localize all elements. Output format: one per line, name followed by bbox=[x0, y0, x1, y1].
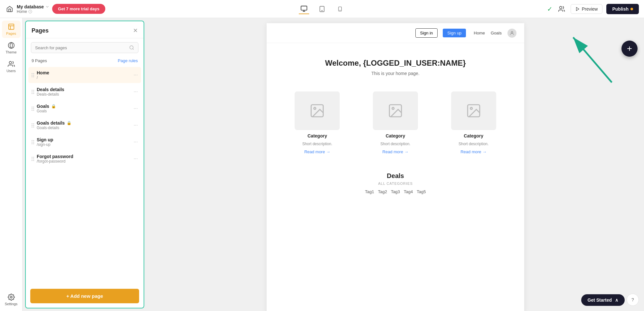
deals-tag-2[interactable]: Tag2 bbox=[378, 189, 387, 194]
svg-point-3 bbox=[322, 10, 322, 11]
page-more-signup[interactable]: ··· bbox=[134, 139, 138, 145]
page-path-deals: Deals-details bbox=[37, 92, 131, 97]
svg-rect-1 bbox=[301, 6, 307, 10]
pages-panel-header: Pages ✕ bbox=[26, 21, 144, 38]
preview-button[interactable]: Preview bbox=[571, 4, 603, 14]
sidebar-item-users[interactable]: Users bbox=[2, 58, 21, 75]
page-name-goals-details: Goals details 🔒 bbox=[37, 120, 131, 126]
sidebar-item-pages[interactable]: Pages bbox=[2, 21, 21, 38]
desktop-view-icon[interactable] bbox=[299, 4, 309, 14]
deals-tag-5[interactable]: Tag5 bbox=[417, 189, 426, 194]
canvas-content: Sign in Sign up Home Goals Welcome, {LOG… bbox=[267, 23, 524, 311]
topbar: My database Home Get 7 more trial days ✓ bbox=[0, 0, 644, 18]
canvas-hero: Welcome, {LOGGED_IN_USER:NAME} This is y… bbox=[267, 43, 524, 86]
drag-handle-home bbox=[32, 73, 34, 77]
page-more-home[interactable]: ··· bbox=[134, 72, 138, 78]
db-home-link[interactable]: Home bbox=[17, 9, 50, 14]
svg-point-10 bbox=[9, 61, 11, 64]
close-panel-button[interactable]: ✕ bbox=[133, 27, 138, 34]
main-layout: Pages Theme Users Settings Pages ✕ 9 Pag… bbox=[0, 18, 644, 311]
svg-line-21 bbox=[573, 37, 612, 82]
user-add-icon[interactable] bbox=[556, 4, 567, 14]
card-link-3[interactable]: Read more → bbox=[460, 149, 487, 154]
pages-panel-title: Pages bbox=[32, 27, 49, 34]
page-item-signup[interactable]: Sign up /sign-up ··· bbox=[28, 134, 141, 150]
sidebar-item-settings[interactable]: Settings bbox=[2, 291, 21, 308]
get-started-bar[interactable]: Get Started ∧ bbox=[581, 294, 625, 306]
sidebar-theme-label: Theme bbox=[5, 50, 16, 54]
deals-title: Deals bbox=[274, 172, 516, 180]
deals-tag-3[interactable]: Tag3 bbox=[391, 189, 400, 194]
canvas-hero-title: Welcome, {LOGGED_IN_USER:NAME} bbox=[274, 59, 516, 68]
canvas-deals: Deals ALL CATEGORIES Tag1 Tag2 Tag3 Tag4… bbox=[267, 165, 524, 202]
add-element-button[interactable]: + bbox=[621, 41, 638, 57]
svg-point-15 bbox=[314, 108, 316, 109]
topbar-right: ✓ Preview Publish bbox=[349, 4, 639, 14]
card-image-2 bbox=[373, 91, 418, 130]
drag-handle-deals bbox=[32, 90, 34, 94]
card-image-1 bbox=[295, 91, 340, 130]
card-title-1: Category bbox=[308, 133, 327, 138]
page-item-home[interactable]: Home / ··· bbox=[28, 67, 141, 83]
topbar-center bbox=[299, 4, 345, 14]
pages-count: 9 Pages bbox=[32, 58, 47, 63]
svg-point-9 bbox=[8, 42, 14, 48]
page-more-goals-details[interactable]: ··· bbox=[134, 122, 138, 128]
page-path-signup: /sign-up bbox=[37, 142, 131, 147]
page-more-goals[interactable]: ··· bbox=[134, 106, 138, 111]
canvas-area: Sign in Sign up Home Goals Welcome, {LOG… bbox=[147, 18, 644, 311]
deals-tags: Tag1 Tag2 Tag3 Tag4 Tag5 bbox=[274, 189, 516, 194]
sidebar-settings-label: Settings bbox=[5, 302, 18, 306]
get-started-label: Get Started bbox=[588, 297, 612, 303]
sidebar: Pages Theme Users Settings bbox=[0, 18, 23, 311]
deals-tag-1[interactable]: Tag1 bbox=[365, 189, 374, 194]
page-name-goals: Goals 🔒 bbox=[37, 104, 131, 109]
mobile-view-icon[interactable] bbox=[335, 4, 345, 14]
sidebar-users-label: Users bbox=[6, 69, 16, 73]
page-item-goals[interactable]: Goals 🔒 Goals ··· bbox=[28, 100, 141, 117]
help-button[interactable]: ? bbox=[627, 294, 639, 306]
card-title-2: Category bbox=[386, 133, 405, 138]
sidebar-item-theme[interactable]: Theme bbox=[2, 39, 21, 57]
page-info-home: Home / bbox=[37, 70, 131, 80]
page-path-home: / bbox=[37, 75, 131, 80]
svg-point-17 bbox=[392, 108, 394, 109]
search-input[interactable] bbox=[35, 45, 127, 50]
svg-marker-7 bbox=[576, 7, 579, 11]
page-more-forgot[interactable]: ··· bbox=[134, 156, 138, 162]
canvas-card-1: Category Short description. Read more → bbox=[282, 91, 353, 154]
svg-point-6 bbox=[559, 6, 562, 8]
page-name-deals: Deals details bbox=[37, 87, 131, 92]
page-more-deals[interactable]: ··· bbox=[134, 89, 138, 95]
page-info-forgot: Forgot password /forgot-password bbox=[37, 154, 131, 164]
add-page-button[interactable]: + Add new page bbox=[30, 289, 139, 303]
page-info-deals: Deals details Deals-details bbox=[37, 87, 131, 97]
page-item-forgot-password[interactable]: Forgot password /forgot-password ··· bbox=[28, 151, 141, 167]
goals-details-lock-icon: 🔒 bbox=[67, 121, 71, 125]
svg-rect-8 bbox=[8, 24, 14, 30]
canvas-nav-goals[interactable]: Goals bbox=[491, 31, 502, 35]
canvas-signin-button[interactable]: Sign in bbox=[415, 28, 438, 38]
canvas-signup-button[interactable]: Sign up bbox=[443, 29, 466, 37]
card-link-1[interactable]: Read more → bbox=[304, 149, 330, 154]
page-item-goals-details[interactable]: Goals details 🔒 Goals-details ··· bbox=[28, 117, 141, 133]
pages-panel: Pages ✕ 9 Pages Page rules Home / bbox=[25, 21, 144, 308]
page-rules-link[interactable]: Page rules bbox=[118, 58, 138, 63]
deals-tag-4[interactable]: Tag4 bbox=[404, 189, 413, 194]
trial-button[interactable]: Get 7 more trial days bbox=[52, 4, 105, 14]
canvas-nav: Sign in Sign up Home Goals bbox=[267, 23, 524, 43]
canvas-nav-home[interactable]: Home bbox=[474, 31, 485, 35]
search-icon bbox=[129, 45, 134, 50]
tablet-view-icon[interactable] bbox=[317, 4, 327, 14]
publish-button[interactable]: Publish bbox=[606, 4, 639, 14]
home-icon[interactable] bbox=[5, 5, 14, 14]
card-link-2[interactable]: Read more → bbox=[383, 149, 409, 154]
page-item-deals-details[interactable]: Deals details Deals-details ··· bbox=[28, 84, 141, 100]
drag-handle-goals bbox=[32, 107, 34, 111]
pages-list: Home / ··· Deals details Deals-details ·… bbox=[26, 66, 144, 286]
canvas-cards: Category Short description. Read more → … bbox=[267, 86, 524, 165]
card-desc-1: Short description. bbox=[302, 142, 332, 146]
card-image-3 bbox=[451, 91, 496, 130]
publish-status-dot bbox=[630, 8, 633, 10]
deals-category-label: ALL CATEGORIES bbox=[274, 182, 516, 185]
